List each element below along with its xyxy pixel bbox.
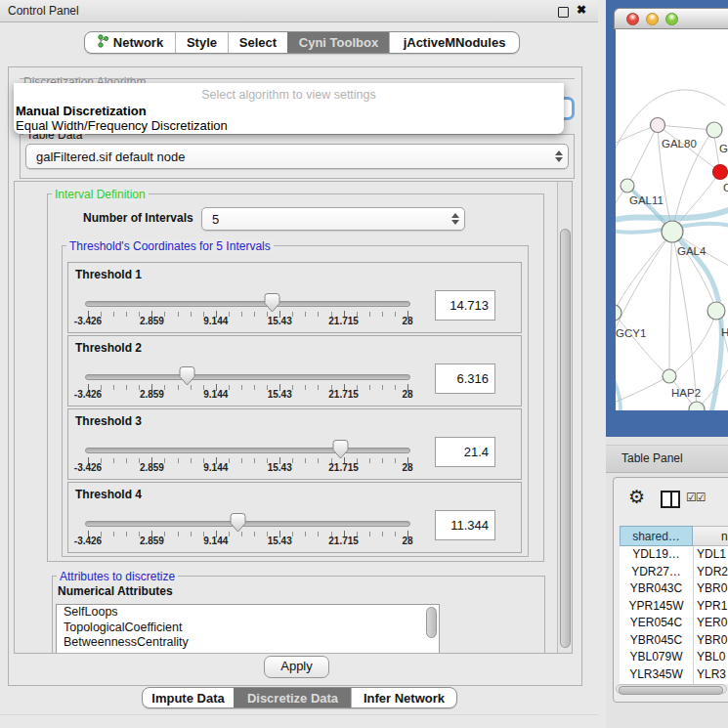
cell-shared-name[interactable]: YBL079W [620, 649, 694, 666]
network-canvas[interactable]: GAL80GACGAL11GAL4GCY1HHAP2 [616, 29, 728, 410]
numerical-attributes-list: SelfLoopsTopologicalCoefficientBetweenne… [56, 604, 440, 654]
cell-name[interactable]: YPR1 [697, 598, 727, 616]
table-row-ydl19[interactable]: YDL19…YDL1 [620, 546, 728, 564]
slider-thumb[interactable] [179, 366, 195, 386]
threshold-value-field[interactable]: 21.4 [435, 437, 495, 467]
cell-shared-name[interactable]: YDL19… [620, 546, 694, 564]
column-layout-icon[interactable] [661, 491, 680, 508]
cell-name[interactable]: YBR0 [697, 580, 727, 598]
cell-shared-name[interactable]: YBR045C [620, 632, 694, 650]
network-edge[interactable] [672, 232, 697, 409]
column-header-name[interactable]: na [693, 526, 728, 546]
number-of-intervals-combo[interactable]: 5 [201, 207, 465, 231]
node-label: C [723, 182, 728, 193]
slider-track[interactable] [85, 301, 410, 307]
number-of-intervals-value: 5 [202, 212, 447, 227]
network-node-h[interactable] [707, 302, 725, 320]
table-row-ybr045c[interactable]: YBR045CYBR0 [620, 632, 728, 650]
zoom-light[interactable] [665, 13, 678, 25]
minimize-light[interactable] [646, 13, 659, 25]
table-row-ybl079w[interactable]: YBL079WYBL0 [620, 649, 728, 666]
network-node-hap2[interactable] [663, 369, 676, 383]
cell-shared-name[interactable]: YER054C [620, 615, 694, 632]
slider-track[interactable] [85, 448, 410, 453]
network-edge[interactable] [616, 313, 669, 376]
network-edge[interactable] [616, 376, 669, 405]
slider-tick-label: 9.144 [187, 462, 245, 473]
table-hscrollbar-track[interactable] [616, 684, 727, 694]
threshold-label: Threshold 4 [75, 488, 142, 501]
cell-name[interactable]: YLR3 [697, 666, 726, 684]
network-edge[interactable] [658, 125, 713, 130]
network-edge[interactable] [616, 186, 627, 235]
threshold-panel-2: Threshold 2-3.4262.8599.14415.4321.71528… [67, 335, 522, 407]
cell-name[interactable]: YBR0 [697, 632, 727, 650]
tab-discretize-data[interactable]: Discretize Data [234, 688, 351, 707]
cell-name[interactable]: YER0 [697, 615, 727, 632]
network-node-gal11[interactable] [621, 179, 634, 193]
network-edge-thick[interactable] [616, 373, 621, 410]
close-light[interactable] [626, 13, 639, 25]
cell-shared-name[interactable]: YBR043C [620, 580, 694, 598]
attribute-item-selfloops[interactable]: SelfLoops [57, 605, 439, 621]
slider-tick-label: -3.426 [59, 462, 117, 473]
table-row-ylr345w[interactable]: YLR345WYLR3 [620, 666, 728, 684]
close-icon[interactable]: ✖ [577, 3, 586, 17]
slider-thumb[interactable] [332, 440, 349, 459]
threshold-panel-1: Threshold 1-3.4262.8599.14415.4321.71528… [67, 262, 522, 333]
settings-scrollbar-track[interactable] [557, 182, 572, 653]
table-data-combo[interactable]: galFiltered.sif default node [25, 144, 569, 169]
slider-tick-label: 9.144 [187, 535, 245, 546]
apply-button[interactable]: Apply [264, 656, 329, 678]
threshold-value-field[interactable]: 11.344 [435, 510, 495, 540]
dropdown-option-manual-discretization[interactable]: Manual Discretization [16, 104, 147, 118]
table-hscrollbar-thumb[interactable] [619, 686, 723, 695]
column-header-shared-name[interactable]: shared… [620, 526, 693, 546]
network-node-gal80[interactable] [651, 118, 665, 133]
network-node-ga[interactable] [707, 122, 722, 138]
threshold-value-field[interactable]: 6.316 [435, 364, 495, 394]
network-edge-thick[interactable] [616, 209, 728, 221]
tab-select[interactable]: Select [228, 32, 287, 53]
slider-track[interactable] [85, 521, 410, 527]
attributes-list-scrollbar[interactable] [426, 607, 437, 638]
table-row-ydr27[interactable]: YDR27…YDR2 [620, 564, 728, 581]
cell-shared-name[interactable]: YPR145W [620, 598, 694, 616]
tab-network[interactable]: Network [85, 32, 175, 53]
tab-style[interactable]: Style [175, 32, 228, 53]
tab-impute-data[interactable]: Impute Data [143, 688, 234, 707]
cell-name[interactable]: YDL1 [697, 546, 726, 564]
network-view-frame[interactable]: GAL80GACGAL11GAL4GCY1HHAP2 [606, 0, 728, 437]
select-columns-icon[interactable]: ☑☑ [686, 491, 706, 504]
tab-cyni-toolbox[interactable]: Cyni Toolbox [287, 32, 389, 53]
slider-thumb[interactable] [230, 513, 246, 533]
threshold-value-field[interactable]: 14.713 [435, 290, 495, 321]
tab-jactivemnodules[interactable]: jActiveMNodules [389, 32, 519, 53]
network-edge[interactable] [627, 125, 658, 186]
tab-infer-network[interactable]: Infer Network [351, 688, 456, 707]
table-row-ybr043c[interactable]: YBR043CYBR0 [620, 580, 728, 598]
float-window-icon[interactable] [558, 7, 569, 18]
tab-label: Select [239, 35, 277, 50]
cell-shared-name[interactable]: YLR345W [620, 666, 694, 684]
slider-thumb[interactable] [264, 293, 280, 313]
attribute-item-topologicalcoefficient[interactable]: TopologicalCoefficient [57, 621, 439, 636]
gear-icon[interactable]: ⚙ [628, 486, 645, 508]
network-window-titlebar[interactable] [614, 8, 728, 29]
attribute-item-betweennesscentrality[interactable]: BetweennessCentrality [57, 635, 439, 651]
settings-scrollbar-thumb[interactable] [560, 229, 571, 648]
dropdown-option-equal-width-frequency[interactable]: Equal Width/Frequency Discretization [16, 118, 228, 133]
cell-name[interactable]: YBL0 [697, 649, 725, 666]
table-data-combo-value: galFiltered.sif default node [26, 150, 550, 164]
slider-track[interactable] [85, 374, 410, 380]
network-node-gal4[interactable] [662, 221, 683, 242]
network-edge[interactable] [669, 232, 672, 376]
network-edge-thick[interactable] [672, 232, 721, 410]
tab-label: Infer Network [364, 691, 445, 706]
network-node-c[interactable] [713, 165, 728, 180]
table-row-ypr145w[interactable]: YPR145WYPR1 [620, 598, 728, 616]
cell-shared-name[interactable]: YDR27… [620, 564, 694, 581]
cell-name[interactable]: YDR2 [697, 564, 728, 581]
network-edge[interactable] [669, 311, 716, 376]
table-row-yer054c[interactable]: YER054CYER0 [620, 615, 728, 632]
